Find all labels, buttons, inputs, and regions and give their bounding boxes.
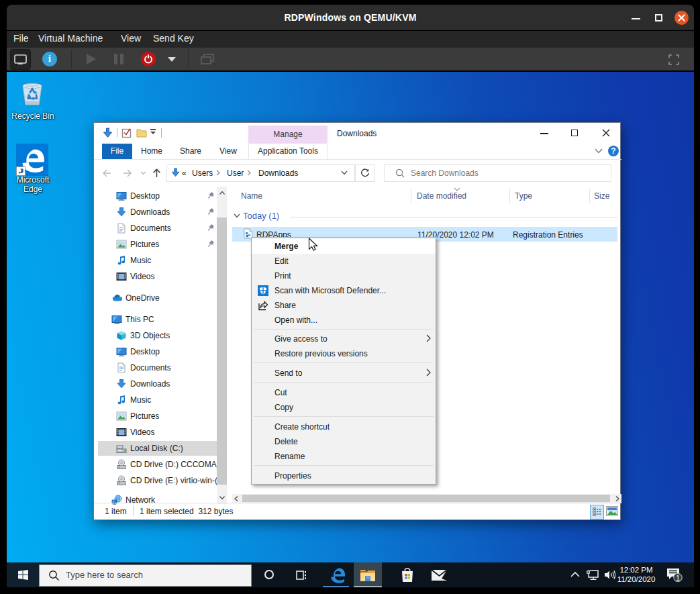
svg-text:1: 1 bbox=[676, 574, 680, 582]
